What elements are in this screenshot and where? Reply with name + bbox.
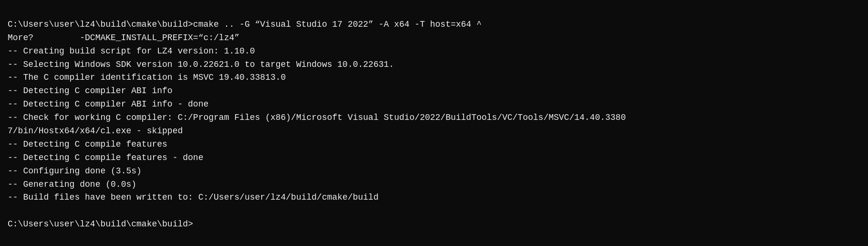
terminal-line: -- Build files have been written to: C:/… (8, 191, 860, 204)
terminal-line: C:\Users\user\lz4\build\cmake\build> (8, 218, 860, 231)
terminal-line: -- Detecting C compile features - done (8, 151, 860, 165)
terminal-line: -- Detecting C compiler ABI info - done (8, 98, 860, 111)
terminal-line: More? -DCMAKE_INSTALL_PREFIX=“c:/lz4” (8, 32, 860, 45)
terminal-line: 7/bin/Hostx64/x64/cl.exe - skipped (8, 125, 860, 138)
terminal-line: -- Selecting Windows SDK version 10.0.22… (8, 58, 860, 72)
terminal-line: -- Creating build script for LZ4 version… (8, 45, 860, 58)
terminal-line: -- Check for working C compiler: C:/Prog… (8, 111, 860, 125)
terminal-line: -- Detecting C compile features (8, 138, 860, 151)
terminal-line: -- Generating done (0.0s) (8, 178, 860, 192)
terminal-line: -- The C compiler identification is MSVC… (8, 71, 860, 85)
terminal-line: C:\Users\user\lz4\build\cmake\build>cmak… (8, 18, 860, 32)
terminal-line (8, 204, 860, 218)
terminal-line: -- Configuring done (3.5s) (8, 165, 860, 178)
terminal-window[interactable]: C:\Users\user\lz4\build\cmake\build>cmak… (0, 0, 868, 246)
terminal-line: -- Detecting C compiler ABI info (8, 85, 860, 98)
